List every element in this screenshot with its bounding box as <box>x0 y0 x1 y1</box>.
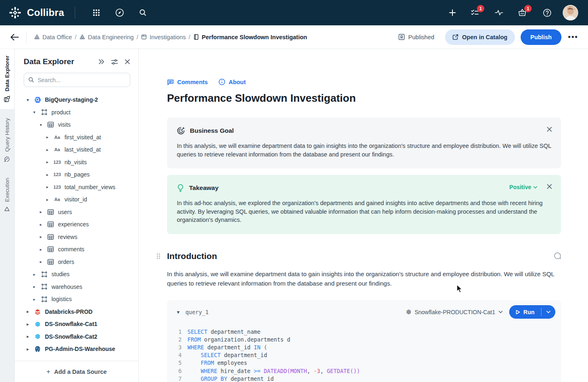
caret-down-icon[interactable]: ▾ <box>38 123 43 127</box>
add-data-source-button[interactable]: + Add a Data Source <box>47 368 107 376</box>
collibra-logo[interactable]: Collibra <box>8 6 64 20</box>
breadcrumb-current-page[interactable]: Performance Slowdown Investigation <box>193 34 307 40</box>
caret-right-icon[interactable]: ▸ <box>38 247 43 252</box>
tasks-icon[interactable]: 1 <box>470 8 479 17</box>
sql-token: department_id <box>227 375 274 382</box>
tree-item-DS-Snowflake-Cat2[interactable]: ▸❆DS-Snowflake-Cat2 <box>15 331 138 343</box>
caret-right-icon[interactable]: ▸ <box>38 210 43 214</box>
tree-item-label: warehouses <box>51 284 82 290</box>
tree-item-last_visited_at[interactable]: ▸Aalast_visited_at <box>15 143 138 156</box>
tree-item-orders[interactable]: ▸orders <box>15 256 138 268</box>
tree-search-box[interactable] <box>24 73 130 87</box>
snowflake-icon: ❆ <box>406 309 412 315</box>
filter-sliders-icon[interactable] <box>111 59 118 65</box>
database-search-icon <box>4 96 11 103</box>
caret-down-icon[interactable]: ▾ <box>25 98 30 102</box>
breadcrumb-data-engineering[interactable]: Data Engineering <box>79 34 134 40</box>
caret-right-icon[interactable]: ▸ <box>32 272 37 277</box>
waffle-icon[interactable] <box>92 8 101 17</box>
tree-item-first_visited_at[interactable]: ▸Aafirst_visited_at <box>15 131 138 144</box>
comments-link[interactable]: Comments <box>167 78 208 85</box>
caret-right-icon[interactable]: ▸ <box>45 160 50 164</box>
collapse-panel-icon[interactable] <box>98 59 105 65</box>
chevron-down-icon <box>499 311 503 313</box>
caret-right-icon[interactable]: ▸ <box>38 259 43 264</box>
tree-item-comments[interactable]: ▸comments <box>15 243 138 256</box>
tree-item-users[interactable]: ▸users <box>15 206 138 219</box>
tree-item-logistics[interactable]: ▸logistics <box>15 293 138 306</box>
drag-handle-icon[interactable] <box>156 253 160 259</box>
tree-item-label: experiences <box>58 221 89 228</box>
sql-line: 1SELECT department_name <box>176 328 561 336</box>
table-icon <box>47 208 55 216</box>
tree-item-visits[interactable]: ▾visits <box>15 118 138 131</box>
caret-right-icon[interactable]: ▸ <box>45 172 50 177</box>
data-explorer-panel: Data Explorer ▾BigQ <box>15 49 139 382</box>
caret-right-icon[interactable]: ▸ <box>25 322 30 326</box>
caret-right-icon[interactable]: ▸ <box>45 147 50 152</box>
breadcrumb-label: Data Engineering <box>88 34 134 40</box>
about-link[interactable]: About <box>218 78 246 85</box>
tree-item-PG-Admin-DS-Warehouse[interactable]: ▸PG-Admin-DS-Warehouse <box>15 343 138 355</box>
text-icon: Aa <box>53 196 61 203</box>
tree-item-warehouses[interactable]: ▸warehouses <box>15 281 138 293</box>
run-button[interactable]: Run <box>509 305 541 319</box>
rail-tab-data-explorer[interactable]: Data Explorer <box>0 49 14 109</box>
caret-right-icon[interactable]: ▸ <box>38 235 43 239</box>
add-data-source-label: Add a Data Source <box>54 369 107 375</box>
caret-right-icon[interactable]: ▸ <box>25 347 30 351</box>
sentiment-dropdown[interactable]: Positive <box>509 184 537 190</box>
help-icon[interactable] <box>543 8 552 17</box>
tree-item-Databricks-PROD[interactable]: ▸Databricks-PROD <box>15 306 138 318</box>
breadcrumb-label: Data Office <box>42 34 72 40</box>
close-panel-icon[interactable] <box>125 59 130 65</box>
search-input[interactable] <box>38 77 126 83</box>
caret-right-icon[interactable]: ▸ <box>32 297 37 302</box>
table-icon <box>47 258 55 266</box>
tree-item-experiences[interactable]: ▸experiences <box>15 218 138 231</box>
sql-token: FROM <box>201 359 214 367</box>
run-options-icon[interactable] <box>541 305 555 319</box>
tasks-badge: 1 <box>477 5 484 12</box>
breadcrumb-data-office[interactable]: Data Office <box>34 34 72 40</box>
open-in-catalog-button[interactable]: Open in Catalog <box>445 29 515 45</box>
tree-item-nb_visits[interactable]: ▸123nb_visits <box>15 156 138 169</box>
caret-right-icon[interactable]: ▸ <box>45 197 50 202</box>
schema-icon <box>40 270 48 278</box>
caret-right-icon[interactable]: ▸ <box>45 185 50 189</box>
more-menu-icon[interactable]: ••• <box>568 33 578 41</box>
caret-right-icon[interactable]: ▸ <box>25 309 30 314</box>
basket-icon[interactable]: 1 <box>518 8 527 17</box>
create-plus-icon[interactable] <box>448 8 457 17</box>
search-icon[interactable] <box>138 8 147 17</box>
caret-right-icon[interactable]: ▸ <box>38 222 43 227</box>
rail-tab-execution[interactable]: Execution <box>0 171 14 219</box>
sql-editor[interactable]: 1SELECT department_name2FROM organizatio… <box>167 319 561 382</box>
connection-dropdown[interactable]: ❆ Snowflake-PRODUCTION-Cat1 <box>406 309 503 315</box>
pulse-icon[interactable] <box>494 8 503 17</box>
tree-item-studies[interactable]: ▸studies <box>15 268 138 281</box>
caret-right-icon[interactable]: ▸ <box>25 334 30 339</box>
breadcrumb-investigations[interactable]: Investigations <box>141 34 186 40</box>
collapse-query-icon[interactable]: ▼ <box>176 310 180 315</box>
compass-icon[interactable] <box>115 8 124 17</box>
caret-down-icon[interactable]: ▾ <box>32 110 37 114</box>
caret-right-icon[interactable]: ▸ <box>45 135 50 139</box>
publish-button[interactable]: Publish <box>521 29 561 45</box>
user-avatar[interactable] <box>563 5 578 20</box>
tree-item-product[interactable]: ▾product <box>15 106 138 119</box>
sql-line: 2FROM organization.departments d <box>176 336 561 344</box>
rail-tab-query-history[interactable]: Query History <box>0 112 14 169</box>
add-comment-icon[interactable] <box>554 252 561 260</box>
tree-item-total_number_views[interactable]: ▸123total_number_views <box>15 181 138 194</box>
tree-item-BigQuery-staging-2[interactable]: ▾BigQuery-staging-2 <box>15 94 138 106</box>
close-icon[interactable] <box>547 127 552 132</box>
table-icon <box>47 246 55 253</box>
back-arrow-icon[interactable] <box>7 30 21 44</box>
caret-right-icon[interactable]: ▸ <box>32 284 37 289</box>
tree-item-DS-Snowflake-Cat1[interactable]: ▸❆DS-Snowflake-Cat1 <box>15 318 138 331</box>
tree-item-visitor_id[interactable]: ▸Aavisitor_id <box>15 193 138 206</box>
tree-item-reviews[interactable]: ▸reviews <box>15 231 138 243</box>
tree-item-nb_pages[interactable]: ▸123nb_pages <box>15 168 138 181</box>
close-icon[interactable] <box>547 184 552 189</box>
